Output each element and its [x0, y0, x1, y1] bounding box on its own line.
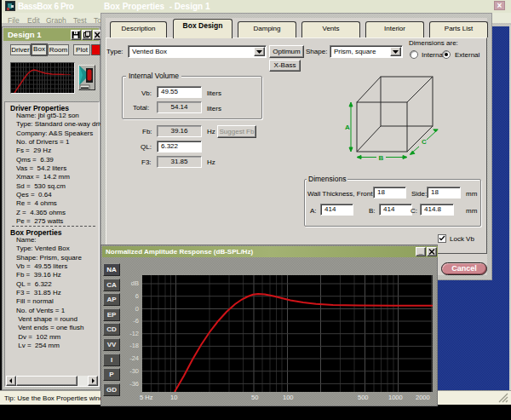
- svg-text:A: A: [345, 124, 350, 131]
- svg-text:C: C: [422, 138, 427, 146]
- svg-text:B: B: [379, 154, 384, 162]
